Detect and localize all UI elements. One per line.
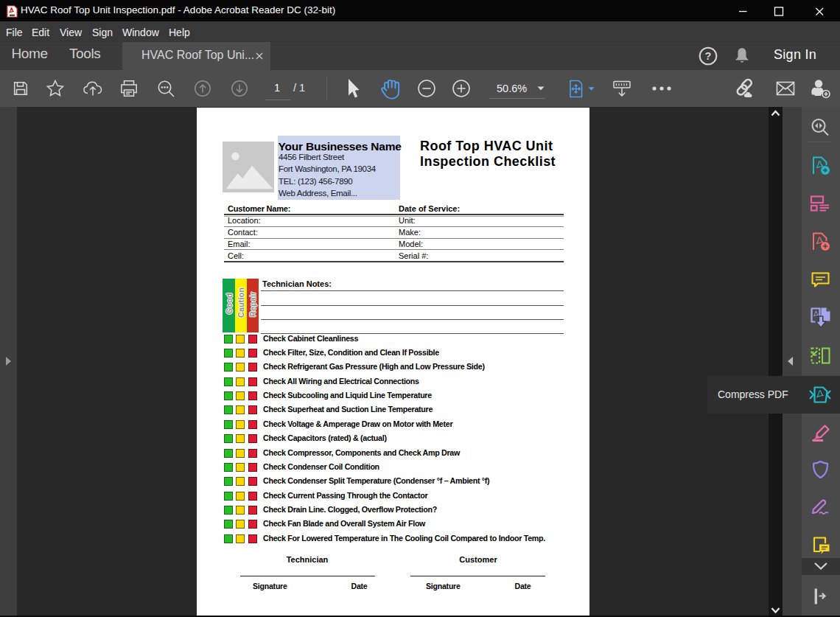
svg-text:?: ? xyxy=(705,50,712,62)
